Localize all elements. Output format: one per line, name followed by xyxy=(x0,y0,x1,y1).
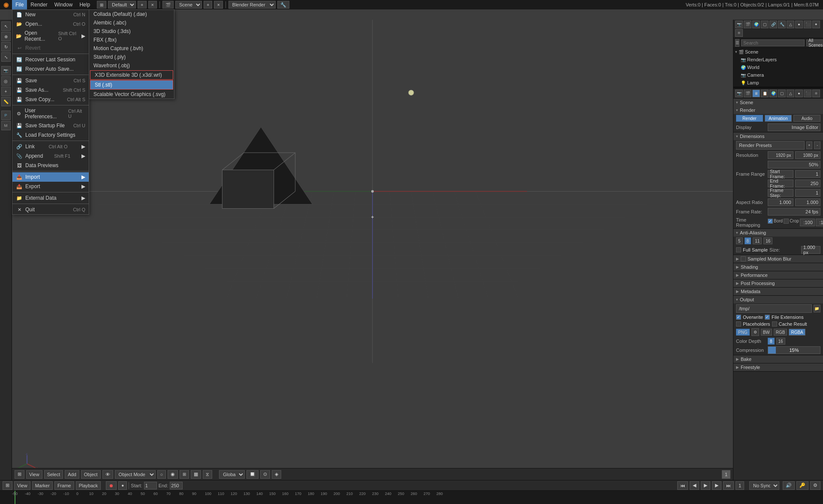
layout-icon[interactable]: ⊞ xyxy=(97,1,106,9)
file-load-factory[interactable]: 🔧 Load Factory Settings xyxy=(12,130,89,140)
viewport-shading-solid[interactable]: ◉ xyxy=(168,470,178,479)
timeline-marker-menu[interactable]: Marker xyxy=(32,481,53,490)
pivot-select[interactable]: Global xyxy=(219,470,245,479)
file-save-as[interactable]: 💾 Save As... Shift Ctrl S xyxy=(12,85,89,95)
import-ply[interactable]: Stanford (.ply) xyxy=(89,53,174,61)
file-save[interactable]: 💾 Save Ctrl S xyxy=(12,76,89,85)
aa-section-title[interactable]: ▾ Anti-Aliasing xyxy=(733,229,823,237)
freestyle-title[interactable]: ▶ Freestyle xyxy=(733,363,823,371)
tool-select[interactable]: ↖ xyxy=(1,21,11,31)
tool-scale[interactable]: ⤡ xyxy=(1,52,11,62)
prop-icon-object[interactable]: ▢ xyxy=(778,90,786,97)
scene-section-title[interactable]: ▾ Scene xyxy=(733,99,823,106)
tool-physics[interactable]: P xyxy=(1,111,11,120)
file-menu[interactable]: File xyxy=(12,0,27,9)
res-x[interactable]: 1920 px xyxy=(768,151,793,159)
import-3ds[interactable]: 3D Studio (.3ds) xyxy=(89,27,174,36)
tool-ruler[interactable]: 📏 xyxy=(1,97,11,106)
timeline-mode-icon[interactable]: ⊞ xyxy=(3,481,12,490)
metadata-title[interactable]: ▶ Metadata xyxy=(733,288,823,295)
tool-rotate[interactable]: ↻ xyxy=(1,42,11,51)
post-processing-title[interactable]: ▶ Post Processing xyxy=(733,279,823,287)
jump-start[interactable]: ⏮ xyxy=(677,481,688,490)
proportional-edit[interactable]: ⊙ xyxy=(260,470,270,479)
outliner-icon-mesh[interactable]: △ xyxy=(787,21,794,28)
asp-y[interactable]: 1.000 xyxy=(795,198,821,206)
prop-icon-mesh[interactable]: △ xyxy=(787,90,794,97)
bw-btn[interactable]: BW xyxy=(761,329,772,336)
aa-5[interactable]: 5 xyxy=(736,237,743,244)
dimensions-section-title[interactable]: ▾ Dimensions xyxy=(733,132,823,140)
preset-add[interactable]: + xyxy=(806,141,813,149)
audio-btn[interactable]: Audio xyxy=(793,115,820,122)
file-ext-check[interactable] xyxy=(765,315,770,320)
layer-1[interactable]: 1 xyxy=(722,470,730,479)
output-title[interactable]: ▾ Output xyxy=(733,296,823,303)
timeline-playback-menu[interactable]: Playback xyxy=(76,481,101,490)
res-pct[interactable]: 50% xyxy=(768,161,820,168)
prop-icon-material[interactable]: ● xyxy=(795,90,803,97)
output-path-btn[interactable]: /tmp/ xyxy=(736,304,812,313)
onion-skin[interactable]: ◈ xyxy=(272,470,281,479)
window-menu[interactable]: Window xyxy=(51,0,76,9)
all-scenes-btn[interactable]: All Scenes xyxy=(806,39,823,46)
render-menu[interactable]: Render xyxy=(27,0,51,9)
prev-frame[interactable]: ◀ xyxy=(690,481,699,490)
engine-icon[interactable]: 🔧 xyxy=(277,1,289,9)
preset-btn[interactable]: Render Presets xyxy=(736,141,805,150)
compression-slider[interactable]: 15% xyxy=(768,346,820,354)
snap-icon[interactable]: 🔲 xyxy=(246,470,258,479)
tree-scene[interactable]: ▾ 🎬 Scene xyxy=(733,48,823,56)
viewport-view-menu[interactable]: View xyxy=(26,470,42,479)
aa-16[interactable]: 16 xyxy=(763,237,772,244)
remap-old[interactable]: :100 xyxy=(800,219,815,226)
file-import[interactable]: 📥 Import ▶ xyxy=(12,172,89,182)
scene-close[interactable]: × xyxy=(214,1,222,9)
bord-check[interactable] xyxy=(768,219,773,224)
prop-icon-physics[interactable]: ⚛ xyxy=(812,90,820,97)
file-recover-last[interactable]: 🔄 Recover Last Session xyxy=(12,55,89,64)
prop-icon-texture[interactable]: ⬛ xyxy=(804,90,811,97)
fps-value[interactable]: 24 fps xyxy=(768,208,820,216)
tool-origin[interactable]: ◎ xyxy=(1,76,11,86)
file-save-startup[interactable]: 💾 Save Startup File Ctrl U xyxy=(12,121,89,130)
import-x3d[interactable]: X3D Extensible 3D (.x3d/.wrl) xyxy=(90,70,173,80)
preset-remove[interactable]: - xyxy=(814,141,820,149)
tree-renderlayers[interactable]: 📷 RenderLayers xyxy=(733,56,823,63)
prop-icon-render[interactable]: 🖥 xyxy=(752,90,760,97)
prop-icon-scene[interactable]: 🎬 xyxy=(744,90,751,97)
asp-x[interactable]: 1.000 xyxy=(768,198,793,206)
file-save-copy[interactable]: 💾 Save Copy... Ctrl Alt S xyxy=(12,95,89,104)
file-append[interactable]: 📎 Append Shift F1 ▶ xyxy=(12,151,89,161)
file-new[interactable]: 📄 New Ctrl N xyxy=(12,10,89,19)
layout-close[interactable]: × xyxy=(148,1,157,9)
current-frame[interactable]: 1 xyxy=(736,481,744,490)
viewport-shading-icon[interactable]: ○ xyxy=(157,470,166,479)
prop-icon-world[interactable]: 🌍 xyxy=(769,90,777,97)
overwrite-check[interactable] xyxy=(736,315,741,320)
bake-title[interactable]: ▶ Bake xyxy=(733,355,823,363)
import-stl[interactable]: Stl (.stl) xyxy=(90,80,173,90)
render-section-title[interactable]: ▾ Render xyxy=(733,106,823,114)
render-engine-select[interactable]: Blender Render xyxy=(228,1,276,9)
object-mode-icon[interactable]: 👁 xyxy=(102,470,113,479)
viewport-add-menu[interactable]: Add xyxy=(65,470,79,479)
outliner-icon-particle[interactable]: ✦ xyxy=(812,21,820,28)
animation-btn[interactable]: Animation xyxy=(765,115,792,122)
sync-select[interactable]: No Sync xyxy=(749,481,779,490)
file-recover-auto[interactable]: 🔄 Recover Auto Save... xyxy=(12,64,89,74)
file-link[interactable]: 🔗 Link Ctrl Alt O ▶ xyxy=(12,142,89,151)
prop-icon-camera[interactable]: 📷 xyxy=(735,90,743,97)
timeline-view-menu[interactable]: View xyxy=(14,481,30,490)
outliner-icon-texture[interactable]: ⬛ xyxy=(804,21,811,28)
file-data-previews[interactable]: 🖼 Data Previews xyxy=(12,161,89,170)
object-mode-select[interactable]: Object Mode xyxy=(115,470,156,479)
import-svg[interactable]: Scalable Vector Graphics (.svg) xyxy=(89,90,174,99)
tool-measure[interactable]: M xyxy=(1,121,11,130)
end-frame[interactable]: 250 xyxy=(795,180,821,187)
play-btn[interactable]: ▶ xyxy=(701,481,710,490)
aa-8[interactable]: 8 xyxy=(745,237,751,244)
tree-world[interactable]: 🌍 World xyxy=(733,63,823,71)
outliner-icon-material[interactable]: ● xyxy=(795,21,803,28)
tool-cursor[interactable]: + xyxy=(1,87,11,96)
